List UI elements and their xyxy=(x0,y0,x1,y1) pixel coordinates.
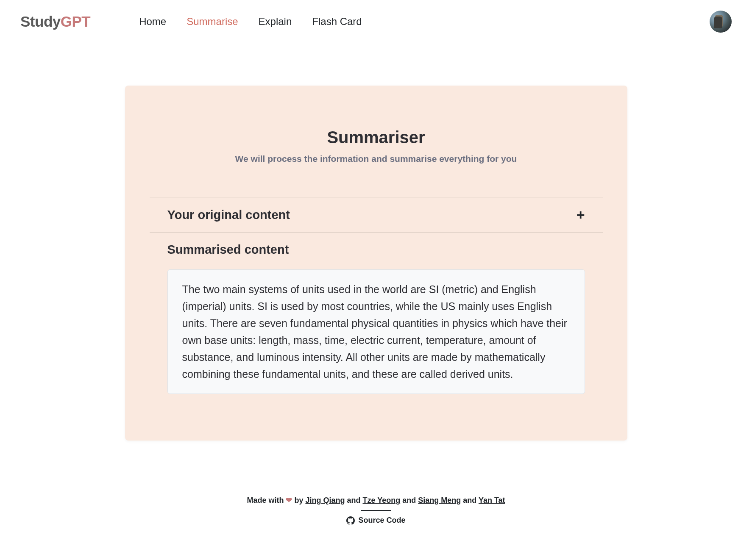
github-icon xyxy=(346,516,355,525)
brand-text-gpt: GPT xyxy=(61,13,90,30)
nav-home[interactable]: Home xyxy=(139,16,166,28)
footer-author-4[interactable]: Yan Tat xyxy=(479,496,505,505)
footer-divider xyxy=(361,510,391,511)
page-subtitle: We will process the information and summ… xyxy=(150,154,603,164)
accordion: Your original content + Summarised conte… xyxy=(150,197,603,394)
accordion-title-summarised: Summarised content xyxy=(167,243,585,257)
main-nav: Home Summarise Explain Flash Card xyxy=(139,16,362,28)
source-code-label: Source Code xyxy=(358,516,405,525)
footer-and-3: and xyxy=(461,496,479,505)
accordion-item-summarised: Summarised content The two main systems … xyxy=(150,232,603,394)
footer-and-1: and xyxy=(345,496,362,505)
accordion-title-original: Your original content xyxy=(167,208,290,222)
header: StudyGPT Home Summarise Explain Flash Ca… xyxy=(0,0,752,43)
brand-text-study: Study xyxy=(20,13,61,30)
footer: Made with ❤ by Jing Qiang and Tze Yeong … xyxy=(0,496,752,535)
source-code-link[interactable]: Source Code xyxy=(346,516,405,525)
nav-summarise[interactable]: Summarise xyxy=(187,16,238,28)
footer-author-1[interactable]: Jing Qiang xyxy=(305,496,345,505)
footer-author-2[interactable]: Tze Yeong xyxy=(362,496,400,505)
nav-flashcard[interactable]: Flash Card xyxy=(312,16,362,28)
heart-icon: ❤ xyxy=(286,496,292,505)
footer-by: by xyxy=(292,496,305,505)
main-card: Summariser We will process the informati… xyxy=(125,86,627,441)
plus-icon: + xyxy=(577,208,585,222)
user-avatar[interactable] xyxy=(710,11,732,33)
footer-credits: Made with ❤ by Jing Qiang and Tze Yeong … xyxy=(0,496,752,505)
footer-and-2: and xyxy=(400,496,418,505)
page-title: Summariser xyxy=(150,128,603,147)
summary-output: The two main systems of units used in th… xyxy=(167,269,585,394)
brand-logo[interactable]: StudyGPT xyxy=(20,13,90,30)
nav-explain[interactable]: Explain xyxy=(259,16,292,28)
footer-made-with: Made with xyxy=(247,496,286,505)
accordion-header-original[interactable]: Your original content + xyxy=(150,197,603,232)
accordion-item-original: Your original content + xyxy=(150,197,603,232)
footer-author-3[interactable]: Siang Meng xyxy=(418,496,461,505)
